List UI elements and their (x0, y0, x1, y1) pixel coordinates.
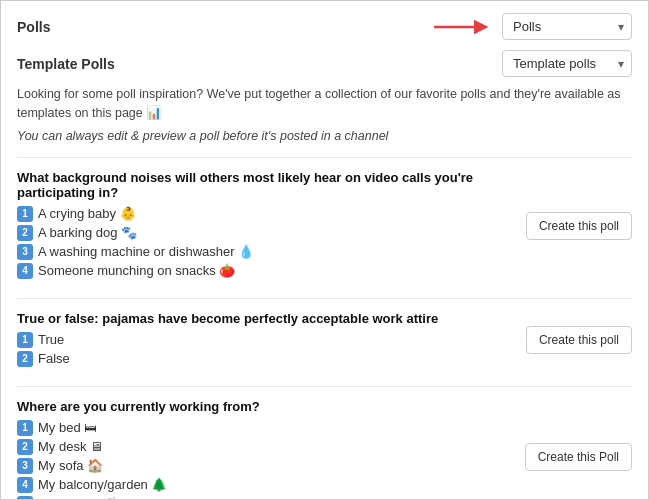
option-text: My kitchen 🍴 (38, 496, 120, 500)
divider-1 (17, 157, 632, 158)
page-title: Polls (17, 19, 50, 35)
poll-question-2: True or false: pajamas have become perfe… (17, 311, 514, 326)
option-text: A barking dog 🐾 (38, 225, 137, 240)
option-num: 4 (17, 263, 33, 279)
poll-option-3-1: 1 My bed 🛏 (17, 420, 513, 436)
poll-content-2: True or false: pajamas have become perfe… (17, 311, 526, 370)
description-text: Looking for some poll inspiration? We've… (17, 85, 632, 123)
option-text: A washing machine or dishwasher 💧 (38, 244, 254, 259)
poll-option-3-5: 5 My kitchen 🍴 (17, 496, 513, 501)
template-section-header: Template Polls Template polls (17, 50, 632, 77)
template-dropdown-wrapper[interactable]: Template polls (502, 50, 632, 77)
option-num: 4 (17, 477, 33, 493)
option-num: 5 (17, 496, 33, 501)
option-num: 2 (17, 225, 33, 241)
option-num: 2 (17, 439, 33, 455)
divider-3 (17, 386, 632, 387)
poll-block-2: True or false: pajamas have become perfe… (17, 311, 632, 370)
poll-option-2-1: 1 True (17, 332, 514, 348)
template-dropdown[interactable]: Template polls (502, 50, 632, 77)
option-num: 1 (17, 206, 33, 222)
poll-option-1-4: 4 Someone munching on snacks 🍅 (17, 263, 514, 279)
poll-question-1: What background noises will others most … (17, 170, 514, 200)
poll-block-3: Where are you currently working from? 1 … (17, 399, 632, 501)
poll-block-1: What background noises will others most … (17, 170, 632, 282)
poll-content-3: Where are you currently working from? 1 … (17, 399, 525, 501)
italic-note: You can always edit & preview a poll bef… (17, 129, 632, 143)
option-num: 1 (17, 332, 33, 348)
option-num: 2 (17, 351, 33, 367)
option-num: 3 (17, 244, 33, 260)
red-arrow-icon (434, 17, 494, 37)
poll-option-3-2: 2 My desk 🖥 (17, 439, 513, 455)
option-text: True (38, 332, 64, 347)
poll-option-2-2: 2 False (17, 351, 514, 367)
poll-option-3-4: 4 My balcony/garden 🌲 (17, 477, 513, 493)
option-text: False (38, 351, 70, 366)
option-text: Someone munching on snacks 🍅 (38, 263, 235, 278)
option-num: 1 (17, 420, 33, 436)
divider-2 (17, 298, 632, 299)
option-text: My desk 🖥 (38, 439, 103, 454)
option-text: My balcony/garden 🌲 (38, 477, 167, 492)
main-container: Polls Polls Template Polls (0, 0, 649, 500)
option-text: A crying baby 👶 (38, 206, 136, 221)
option-num: 3 (17, 458, 33, 474)
header-right: Polls (434, 13, 632, 40)
polls-dropdown[interactable]: Polls (502, 13, 632, 40)
poll-option-3-3: 3 My sofa 🏠 (17, 458, 513, 474)
poll-question-3: Where are you currently working from? (17, 399, 513, 414)
option-text: My sofa 🏠 (38, 458, 103, 473)
create-poll-button-3[interactable]: Create this Poll (525, 443, 632, 471)
create-poll-button-2[interactable]: Create this poll (526, 326, 632, 354)
poll-content-1: What background noises will others most … (17, 170, 526, 282)
poll-option-1-3: 3 A washing machine or dishwasher 💧 (17, 244, 514, 260)
top-bar: Polls Polls (17, 13, 632, 40)
option-text: My bed 🛏 (38, 420, 97, 435)
poll-option-1-2: 2 A barking dog 🐾 (17, 225, 514, 241)
poll-option-1-1: 1 A crying baby 👶 (17, 206, 514, 222)
template-section-title: Template Polls (17, 56, 115, 72)
create-poll-button-1[interactable]: Create this poll (526, 212, 632, 240)
polls-dropdown-wrapper[interactable]: Polls (502, 13, 632, 40)
